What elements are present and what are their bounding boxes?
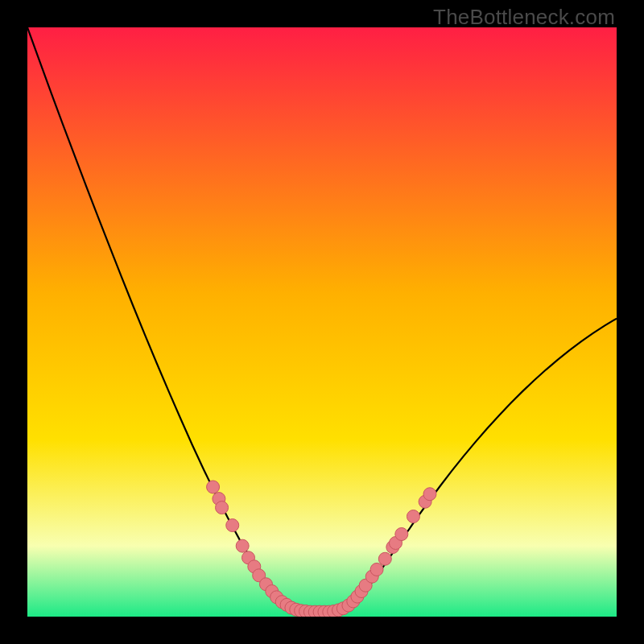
chart-frame: TheBottleneck.com	[0, 0, 644, 644]
data-point-marker	[423, 488, 436, 501]
data-point-marker	[370, 563, 383, 576]
data-point-marker	[378, 552, 391, 565]
gradient-background	[27, 27, 617, 617]
chart-plot-area	[27, 27, 617, 617]
data-point-marker	[226, 519, 239, 532]
data-point-marker	[236, 539, 249, 552]
data-point-marker	[216, 502, 229, 514]
chart-svg	[27, 27, 617, 617]
data-point-marker	[395, 528, 408, 541]
data-point-marker	[207, 481, 220, 493]
data-point-marker	[407, 510, 419, 523]
watermark-text: TheBottleneck.com	[433, 5, 615, 30]
